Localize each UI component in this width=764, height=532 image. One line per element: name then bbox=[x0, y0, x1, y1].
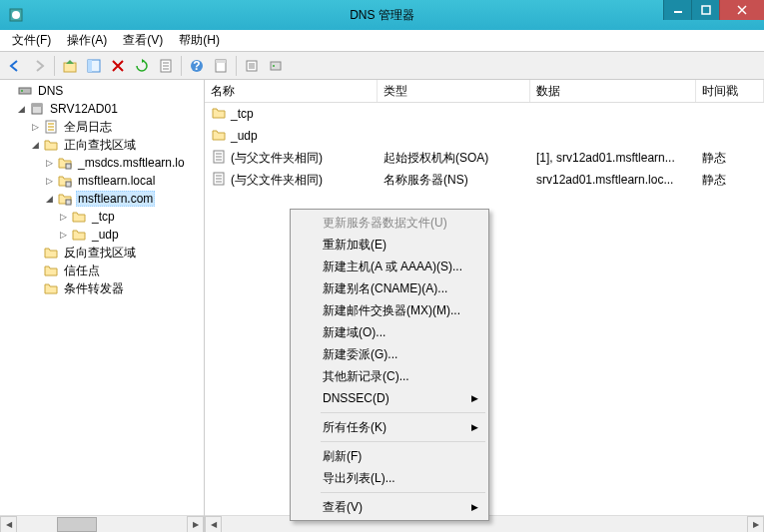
window-title: DNS 管理器 bbox=[350, 7, 414, 24]
tree-label: 信任点 bbox=[62, 263, 102, 279]
tree-node-trust[interactable]: 信任点 bbox=[2, 262, 202, 279]
toolbar: ? bbox=[0, 52, 764, 80]
svg-rect-4 bbox=[64, 63, 76, 72]
expander-icon[interactable] bbox=[30, 248, 41, 259]
ctx-all-tasks[interactable]: 所有任务(K)▶ bbox=[293, 416, 486, 438]
tree-node-tcp[interactable]: ▷ _tcp bbox=[2, 208, 202, 226]
expander-expand-icon[interactable]: ▷ bbox=[30, 122, 41, 133]
column-header-type[interactable]: 类型 bbox=[378, 80, 530, 102]
folder-icon bbox=[43, 280, 59, 296]
help-button[interactable]: ? bbox=[186, 55, 208, 77]
tree[interactable]: DNS ◢ SRV12AD01 ▷ 全局日志 ◢ 正向查找区域 ▷ _msdcs… bbox=[0, 80, 204, 515]
tree-scrollbar-horizontal[interactable]: ◀ ▶ bbox=[0, 515, 204, 532]
tree-node-zone-msdcs[interactable]: ▷ _msdcs.msftlearn.lo bbox=[2, 154, 202, 172]
expander-icon[interactable] bbox=[30, 283, 41, 294]
show-hide-console-tree-button[interactable] bbox=[83, 55, 105, 77]
app-icon bbox=[8, 7, 24, 23]
expander-expand-icon[interactable]: ▷ bbox=[44, 176, 55, 187]
scroll-track[interactable] bbox=[17, 516, 187, 533]
cell-data: srv12ad01.msftlearn.loc... bbox=[530, 173, 696, 187]
tree-node-server[interactable]: ◢ SRV12AD01 bbox=[2, 100, 202, 118]
svg-point-14 bbox=[273, 65, 275, 67]
tree-label: _udp bbox=[90, 228, 121, 242]
cell-data: [1], srv12ad01.msftlearn... bbox=[530, 151, 696, 165]
cell-name: _udp bbox=[231, 129, 258, 143]
scroll-left-icon[interactable]: ◀ bbox=[205, 516, 222, 533]
tree-node-zone-msftlearn-local[interactable]: ▷ msftlearn.local bbox=[2, 172, 202, 190]
tree-label: 条件转发器 bbox=[62, 280, 126, 297]
back-button[interactable] bbox=[4, 55, 26, 77]
scroll-right-icon[interactable]: ▶ bbox=[187, 516, 204, 533]
minimize-button[interactable] bbox=[663, 0, 691, 20]
ctx-dnssec[interactable]: DNSSEC(D)▶ bbox=[293, 387, 486, 409]
cell-name: (与父文件夹相同) bbox=[231, 172, 323, 189]
expander-icon[interactable] bbox=[4, 86, 15, 97]
list-row[interactable]: _tcp bbox=[205, 103, 764, 125]
scroll-thumb[interactable] bbox=[57, 517, 97, 532]
menu-action[interactable]: 操作(A) bbox=[59, 30, 115, 51]
ctx-other-new[interactable]: 其他新记录(C)... bbox=[293, 365, 486, 387]
context-menu-separator bbox=[321, 412, 485, 413]
svg-rect-22 bbox=[66, 200, 71, 205]
tree-node-forward-zones[interactable]: ◢ 正向查找区域 bbox=[2, 136, 202, 154]
expander-collapse-icon[interactable]: ◢ bbox=[16, 104, 27, 115]
list-row[interactable]: (与父文件夹相同) 名称服务器(NS) srv12ad01.msftlearn.… bbox=[205, 169, 764, 191]
svg-text:?: ? bbox=[193, 59, 200, 73]
column-header-name[interactable]: 名称 bbox=[205, 80, 378, 102]
zone-icon bbox=[57, 173, 73, 189]
filter-button[interactable] bbox=[241, 55, 263, 77]
zone-icon bbox=[57, 191, 73, 207]
scroll-right-icon[interactable]: ▶ bbox=[747, 516, 764, 533]
folder-icon bbox=[71, 209, 87, 225]
tree-label: 反向查找区域 bbox=[62, 245, 138, 262]
ctx-export-list[interactable]: 导出列表(L)... bbox=[293, 467, 486, 489]
scroll-left-icon[interactable]: ◀ bbox=[0, 516, 17, 533]
delete-button[interactable] bbox=[107, 55, 129, 77]
menu-file[interactable]: 文件(F) bbox=[4, 30, 59, 51]
export-button[interactable] bbox=[155, 55, 177, 77]
folder-icon bbox=[211, 127, 227, 146]
tree-node-global-log[interactable]: ▷ 全局日志 bbox=[2, 118, 202, 136]
record-icon bbox=[211, 149, 227, 168]
forward-button[interactable] bbox=[28, 55, 50, 77]
ctx-view[interactable]: 查看(V)▶ bbox=[293, 496, 486, 518]
tree-node-dns[interactable]: DNS bbox=[2, 82, 202, 100]
expander-expand-icon[interactable]: ▷ bbox=[58, 212, 69, 223]
ctx-new-alias[interactable]: 新建别名(CNAME)(A)... bbox=[293, 277, 486, 299]
tree-node-conditional-forwarders[interactable]: 条件转发器 bbox=[2, 279, 202, 297]
dns-button[interactable] bbox=[265, 55, 287, 77]
list-row[interactable]: (与父文件夹相同) 起始授权机构(SOA) [1], srv12ad01.msf… bbox=[205, 147, 764, 169]
ctx-refresh[interactable]: 刷新(F) bbox=[293, 445, 486, 467]
refresh-button[interactable] bbox=[131, 55, 153, 77]
column-header-data[interactable]: 数据 bbox=[530, 80, 696, 102]
tree-node-udp[interactable]: ▷ _udp bbox=[2, 226, 202, 244]
expander-icon[interactable] bbox=[30, 266, 41, 276]
svg-rect-21 bbox=[66, 182, 71, 187]
expander-expand-icon[interactable]: ▷ bbox=[44, 158, 55, 169]
ctx-new-host[interactable]: 新建主机(A 或 AAAA)(S)... bbox=[293, 256, 486, 277]
close-button[interactable] bbox=[719, 0, 764, 20]
ctx-new-domain[interactable]: 新建域(O)... bbox=[293, 321, 486, 343]
ctx-new-mx[interactable]: 新建邮件交换器(MX)(M)... bbox=[293, 299, 486, 321]
ctx-reload[interactable]: 重新加载(E) bbox=[293, 234, 486, 256]
list-row[interactable]: _udp bbox=[205, 125, 764, 147]
maximize-button[interactable] bbox=[691, 0, 719, 20]
column-header-time[interactable]: 时间戳 bbox=[696, 80, 764, 102]
menu-view[interactable]: 查看(V) bbox=[115, 30, 171, 51]
tree-node-reverse-zones[interactable]: 反向查找区域 bbox=[2, 244, 202, 262]
ctx-new-delegation[interactable]: 新建委派(G)... bbox=[293, 343, 486, 365]
cell-name: _tcp bbox=[231, 107, 254, 121]
cell-type: 起始授权机构(SOA) bbox=[378, 150, 530, 167]
expander-collapse-icon[interactable]: ◢ bbox=[44, 194, 55, 205]
cell-type: 名称服务器(NS) bbox=[378, 172, 530, 189]
expander-expand-icon[interactable]: ▷ bbox=[58, 230, 69, 241]
properties-button[interactable] bbox=[210, 55, 232, 77]
ctx-update-data-file: 更新服务器数据文件(U) bbox=[293, 212, 486, 234]
cell-time: 静态 bbox=[696, 150, 764, 167]
up-button[interactable] bbox=[59, 55, 81, 77]
tree-node-zone-msftlearn-com[interactable]: ◢ msftlearn.com bbox=[2, 190, 202, 208]
menu-help[interactable]: 帮助(H) bbox=[171, 30, 228, 51]
toolbar-separator bbox=[236, 56, 237, 76]
svg-rect-18 bbox=[32, 104, 42, 107]
expander-collapse-icon[interactable]: ◢ bbox=[30, 140, 41, 151]
